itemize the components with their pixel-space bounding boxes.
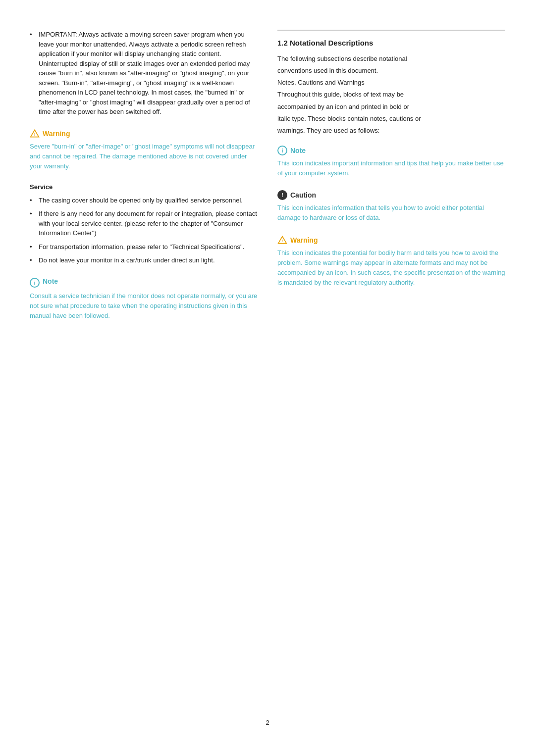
intro-p3: Notes, Cautions and Warnings (277, 78, 505, 88)
warning-label-1: Warning (43, 130, 70, 138)
note-text-1: Consult a service technician if the moni… (30, 291, 258, 321)
right-column: 1.2 Notational Descriptions The followin… (277, 30, 505, 699)
warning-icon-right: ! (277, 235, 287, 245)
warning-block-right: ! Warning This icon indicates the potent… (277, 235, 505, 288)
intro-p1: The following subsections describe notat… (277, 54, 505, 64)
left-column: IMPORTANT: Always activate a moving scre… (30, 30, 258, 699)
caution-block-right: ! Caution This icon indicates informatio… (277, 190, 505, 223)
service-heading: Service (30, 183, 258, 191)
svg-text:!: ! (282, 239, 283, 243)
caution-label-right: Caution (290, 191, 316, 199)
note-block-1: i Note Consult a service technician if t… (30, 277, 258, 321)
note-label-right: Note (290, 147, 306, 154)
service-bullet-1: If there is any need for any document fo… (30, 209, 258, 238)
caution-text-right: This icon indicates information that tel… (277, 203, 505, 223)
page-number: 2 (30, 719, 505, 726)
intro-p7: warnings. They are used as follows: (277, 126, 505, 136)
intro-p6: italic type. These blocks contain notes,… (277, 114, 505, 124)
warning-header-right: ! Warning (277, 235, 505, 245)
section-title: 1.2 Notational Descriptions (277, 39, 505, 47)
warning-header-1: ! Warning (30, 129, 258, 139)
note-icon-1: i (30, 278, 40, 288)
warning-icon-1: ! (30, 129, 40, 139)
service-bullet-2: For transportation information, please r… (30, 242, 258, 252)
intro-p2: conventions used in this document. (277, 66, 505, 76)
caution-icon-right: ! (277, 190, 287, 200)
warning-text-right: This icon indicates the potential for bo… (277, 248, 505, 288)
note-block-right: i Note This icon indicates important inf… (277, 146, 505, 178)
intro-bullet-list: IMPORTANT: Always activate a moving scre… (30, 30, 258, 117)
intro-bullet-item: IMPORTANT: Always activate a moving scre… (30, 30, 258, 117)
caution-header-right: ! Caution (277, 190, 505, 200)
warning-label-right: Warning (290, 236, 318, 244)
warning-block-1: ! Warning Severe "burn-in" or "after-ima… (30, 129, 258, 171)
note-label-1: Note (43, 277, 58, 285)
warning-text-1: Severe "burn-in" or "after-image" or "gh… (30, 142, 258, 171)
intro-p5: accompanied by an icon and printed in bo… (277, 102, 505, 112)
intro-p4: Throughout this guide, blocks of text ma… (277, 90, 505, 100)
service-bullet-0: The casing cover should be opened only b… (30, 196, 258, 205)
note-text-right: This icon indicates important informatio… (277, 158, 505, 178)
two-column-layout: IMPORTANT: Always activate a moving scre… (30, 30, 505, 699)
service-bullet-list: The casing cover should be opened only b… (30, 196, 258, 265)
note-icon-right: i (277, 146, 287, 155)
service-bullet-3: Do not leave your monitor in a car/trunk… (30, 255, 258, 265)
svg-text:!: ! (34, 132, 36, 137)
note-header-1: i Note (30, 277, 258, 288)
note-header-right: i Note (277, 146, 505, 155)
page: IMPORTANT: Always activate a moving scre… (0, 0, 535, 756)
